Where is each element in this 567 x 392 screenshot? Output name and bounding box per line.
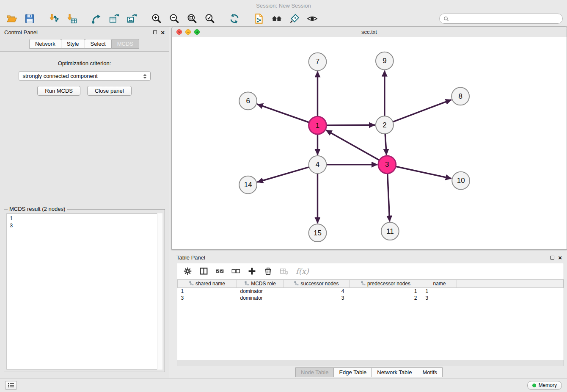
graph-node-11[interactable]: 11 (381, 222, 399, 240)
memory-button[interactable]: Memory (527, 381, 562, 390)
select-all-columns-icon[interactable] (215, 267, 224, 276)
tab-network-table[interactable]: Network Table (372, 367, 417, 377)
network-canvas[interactable]: 1234678910111415 (172, 37, 567, 249)
add-column-icon[interactable] (248, 267, 256, 276)
import-network-icon[interactable] (47, 12, 61, 25)
node-table-cell: dominator (237, 288, 284, 295)
close-table-panel-icon[interactable]: × (558, 254, 562, 261)
tab-network[interactable]: Network (29, 39, 61, 49)
graph-node-6[interactable]: 6 (239, 92, 257, 110)
run-mcds-button[interactable]: Run MCDS (37, 86, 80, 96)
graph-node-1[interactable]: 1 (309, 116, 327, 134)
zoom-out-icon[interactable] (168, 12, 181, 25)
result-scrollbar[interactable] (157, 213, 162, 370)
zoom-selected-icon[interactable] (203, 12, 217, 25)
network-view-window: scc.txt 1234678910111415 (171, 27, 567, 250)
graph-node-10[interactable]: 10 (452, 172, 470, 190)
graph-edge-2-3[interactable] (385, 134, 386, 155)
close-panel-button[interactable]: Close panel (87, 86, 132, 96)
search-input[interactable] (451, 16, 559, 22)
dropdown-stepper-icon (143, 74, 147, 79)
graph-node-9[interactable]: 9 (376, 52, 394, 70)
column-header-mcds-role[interactable]: MCDS role (237, 280, 284, 288)
node-table-row[interactable]: 3dominator323 (178, 295, 564, 301)
delete-column-icon[interactable] (264, 267, 272, 276)
table-bottom-strip (177, 360, 564, 366)
open-session-icon[interactable] (5, 12, 19, 25)
graph-node-14[interactable]: 14 (239, 176, 257, 194)
import-table-icon[interactable] (65, 12, 79, 25)
graph-node-15[interactable]: 15 (309, 224, 327, 242)
graph-edge-1-6[interactable] (257, 104, 309, 122)
graph-edge-2-8[interactable] (393, 100, 451, 122)
node-table-cell: 4 (284, 288, 350, 295)
memory-status-icon (532, 384, 536, 387)
float-table-panel-icon[interactable] (550, 256, 554, 259)
graph-edge-1-2[interactable] (326, 125, 375, 125)
column-header-name[interactable]: name (422, 280, 457, 288)
svg-text:8: 8 (458, 92, 462, 100)
control-panel-title: Control Panel (4, 29, 38, 36)
function-builder-icon[interactable]: f(x) (296, 267, 309, 276)
application-window: Session: New Session (0, 0, 567, 392)
zoom-in-icon[interactable] (150, 12, 163, 25)
network-document-icon[interactable] (252, 12, 266, 25)
export-table-icon[interactable] (107, 12, 121, 25)
tab-style[interactable]: Style (61, 39, 85, 49)
node-table-cell-filler (457, 288, 564, 295)
node-table-row[interactable]: 1dominator411 (178, 288, 564, 295)
close-window-icon[interactable] (176, 29, 182, 35)
graph-edge-4-14[interactable] (257, 167, 309, 182)
deselect-all-columns-icon[interactable] (231, 267, 240, 276)
graph-node-8[interactable]: 8 (451, 88, 469, 105)
tab-node-table[interactable]: Node Table (295, 367, 334, 377)
tab-mcds[interactable]: MCDS (111, 39, 139, 49)
save-session-icon[interactable] (23, 12, 36, 25)
show-columns-icon[interactable] (199, 267, 208, 276)
delete-table-icon[interactable] (280, 267, 289, 276)
zoom-window-icon[interactable] (194, 29, 200, 35)
svg-text:3: 3 (385, 160, 389, 168)
graph-node-7[interactable]: 7 (309, 53, 327, 71)
tab-edge-table[interactable]: Edge Table (333, 367, 372, 377)
apply-style-icon[interactable] (288, 12, 301, 25)
minimize-window-icon[interactable] (185, 29, 191, 35)
column-header-successor-nodes[interactable]: successor nodes (284, 280, 350, 288)
main-toolbar (0, 11, 567, 27)
graph-node-3[interactable]: 3 (378, 156, 396, 174)
control-panel-header: Control Panel × (0, 27, 169, 38)
graph-edge-3-1[interactable] (326, 130, 379, 160)
refresh-layout-icon[interactable] (228, 12, 241, 25)
optimization-criterion-label: Optimization criterion: (0, 60, 169, 66)
table-settings-icon[interactable] (183, 267, 192, 276)
home-layout-icon[interactable] (270, 12, 284, 25)
network-window-titlebar[interactable]: scc.txt (172, 27, 567, 37)
graph-node-4[interactable]: 4 (309, 156, 327, 174)
task-history-button[interactable] (5, 381, 17, 390)
svg-text:6: 6 (246, 97, 250, 105)
tab-select[interactable]: Select (85, 39, 112, 49)
zoom-fit-icon[interactable] (185, 12, 199, 25)
column-header-shared-name[interactable]: shared name (178, 280, 237, 288)
graph-edge-3-11[interactable] (388, 174, 390, 222)
svg-text:11: 11 (386, 227, 394, 235)
show-hide-icon[interactable] (306, 12, 319, 25)
network-window-title: scc.txt (172, 29, 567, 35)
export-image-icon[interactable] (125, 12, 139, 25)
float-panel-icon[interactable] (153, 30, 157, 34)
tab-motifs[interactable]: Motifs (417, 367, 443, 377)
criterion-dropdown[interactable]: strongly connected component (19, 71, 151, 81)
close-panel-icon[interactable]: × (161, 29, 165, 36)
table-tabs: Node Table Edge Table Network Table Moti… (171, 367, 567, 378)
svg-text:10: 10 (457, 177, 465, 185)
window-title: Session: New Session (256, 3, 311, 9)
new-network-icon[interactable] (90, 12, 103, 25)
graph-edge-3-10[interactable] (396, 166, 451, 179)
node-table-cell: 3 (422, 295, 457, 301)
search-icon (443, 16, 449, 22)
svg-text:15: 15 (314, 229, 322, 237)
column-header-predecessor-nodes[interactable]: predecessor nodes (350, 280, 422, 288)
graph-node-2[interactable]: 2 (376, 116, 394, 134)
mcds-result-group: MCDS result (2 nodes) 1 3 (4, 209, 165, 372)
search-field[interactable] (439, 14, 563, 24)
